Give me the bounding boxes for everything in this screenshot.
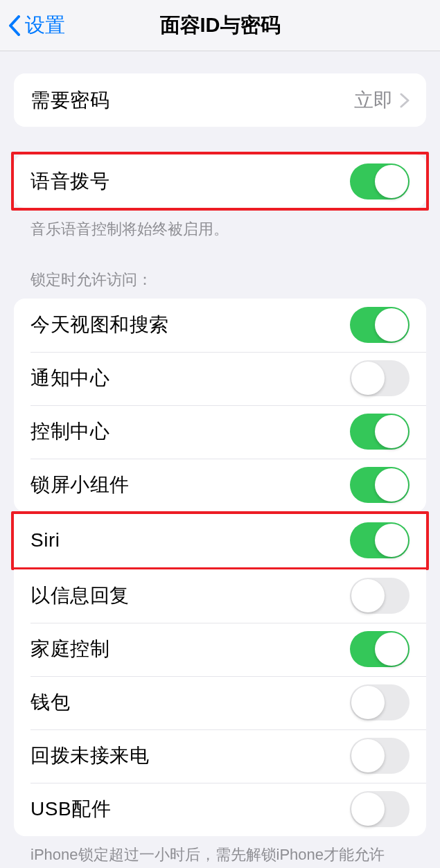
chevron-right-icon	[400, 93, 410, 108]
lock-access-group-2: 以信息回复 家庭控制 钱包 回拨未接来电 USB配件	[14, 569, 426, 836]
siri-toggle[interactable]	[350, 522, 410, 558]
voice-dial-footer: 音乐语音控制将始终被启用。	[14, 211, 426, 240]
lock-widgets-label: 锁屏小组件	[30, 472, 130, 498]
require-passcode-cell[interactable]: 需要密码 立即	[14, 73, 426, 127]
notification-center-toggle[interactable]	[350, 360, 410, 396]
passcode-group: 需要密码 立即	[14, 73, 426, 127]
voice-dial-group: 语音拨号	[14, 154, 426, 208]
chevron-left-icon	[8, 15, 21, 36]
require-passcode-value: 立即	[354, 87, 393, 114]
usb-label: USB配件	[30, 796, 111, 822]
wallet-toggle[interactable]	[350, 684, 410, 720]
lock-access-header: 锁定时允许访问：	[14, 240, 426, 299]
control-center-label: 控制中心	[30, 418, 109, 445]
return-missed-cell[interactable]: 回拨未接来电	[14, 729, 426, 783]
home-control-cell[interactable]: 家庭控制	[14, 623, 426, 676]
back-button[interactable]: 设置	[8, 12, 65, 39]
navigation-bar: 设置 面容ID与密码	[0, 0, 440, 51]
today-view-toggle[interactable]	[350, 307, 410, 343]
siri-cell[interactable]: Siri	[14, 514, 426, 567]
notification-center-cell[interactable]: 通知中心	[14, 352, 426, 405]
usb-footer: iPhone锁定超过一小时后，需先解锁iPhone才能允许USB配件连接。	[14, 836, 426, 868]
home-control-label: 家庭控制	[30, 636, 109, 662]
reply-message-label: 以信息回复	[30, 583, 130, 609]
return-missed-label: 回拨未接来电	[30, 743, 149, 769]
return-missed-toggle[interactable]	[350, 738, 410, 774]
siri-group: Siri	[14, 514, 426, 567]
voice-dial-label: 语音拨号	[30, 168, 109, 195]
lock-widgets-toggle[interactable]	[350, 467, 410, 503]
voice-dial-cell[interactable]: 语音拨号	[14, 154, 426, 208]
siri-label: Siri	[30, 529, 60, 551]
home-control-toggle[interactable]	[350, 631, 410, 667]
highlight-siri: Siri	[11, 511, 429, 570]
lock-access-group: 今天视图和搜索 通知中心 控制中心 锁屏小组件	[14, 299, 426, 512]
usb-cell[interactable]: USB配件	[14, 783, 426, 836]
back-label: 设置	[25, 12, 65, 39]
reply-message-toggle[interactable]	[350, 578, 410, 614]
voice-dial-toggle[interactable]	[350, 163, 410, 200]
highlight-voice-dial: 语音拨号	[11, 152, 429, 211]
control-center-cell[interactable]: 控制中心	[14, 405, 426, 459]
notification-center-label: 通知中心	[30, 365, 109, 391]
wallet-label: 钱包	[30, 689, 70, 716]
wallet-cell[interactable]: 钱包	[14, 676, 426, 729]
page-title: 面容ID与密码	[160, 12, 281, 39]
reply-message-cell[interactable]: 以信息回复	[14, 569, 426, 623]
control-center-toggle[interactable]	[350, 414, 410, 450]
require-passcode-label: 需要密码	[30, 87, 109, 114]
today-view-label: 今天视图和搜索	[30, 312, 169, 338]
usb-toggle[interactable]	[350, 791, 410, 827]
today-view-cell[interactable]: 今天视图和搜索	[14, 299, 426, 352]
lock-widgets-cell[interactable]: 锁屏小组件	[14, 459, 426, 512]
